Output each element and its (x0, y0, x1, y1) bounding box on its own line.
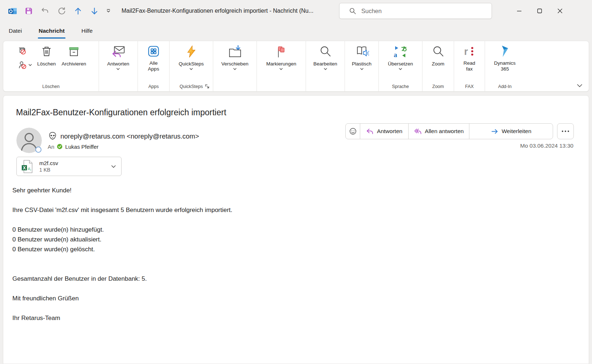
chevron-down-icon (189, 68, 193, 71)
chevron-down-icon (116, 68, 120, 71)
block-sender-icon (18, 60, 27, 69)
tab-datei[interactable]: Datei (8, 25, 23, 36)
body-line (12, 264, 567, 274)
read-fax-button[interactable]: r Read fax (455, 41, 484, 82)
move-folder-icon (228, 45, 242, 59)
flag-icon (275, 45, 288, 59)
body-line: Mit freundlichen Grüßen (12, 293, 567, 303)
body-line: 0 Benutzer wurde(n) gelöscht. (12, 244, 567, 254)
forward-action-label: Weiterleiten (502, 128, 532, 135)
lightning-icon (185, 45, 198, 59)
sender-address[interactable]: noreply@retarus.com <noreply@retarus.com… (60, 132, 199, 140)
csv-file-icon: X a, (20, 159, 34, 174)
read-aloud-book-icon (354, 45, 369, 59)
title-bar: Mail2Fax-Benutzer-Konfigurationen erfolg… (0, 0, 592, 22)
recipient-name[interactable]: Lukas Pfeiffer (65, 144, 98, 150)
chevron-down-icon (360, 68, 364, 71)
dynamics-365-button[interactable]: Dynamics 365 (487, 41, 523, 82)
ribbon-group-zoom: Zoom Zoom (422, 41, 454, 91)
move-button[interactable]: Verschieben (218, 41, 251, 82)
chevron-down-icon (279, 68, 283, 71)
body-line: Ihre CSV-Datei 'm2f.csv' mit insgesamt 5… (12, 205, 567, 215)
magnifier-icon (319, 45, 332, 59)
ribbon-group-tags: Markierungen (257, 41, 306, 91)
group-label-fax: FAX (454, 82, 485, 91)
group-label-language: Sprache (379, 82, 422, 91)
customize-toolbar-chevron-icon[interactable] (106, 6, 111, 16)
archive-icon (67, 45, 80, 59)
group-label-quicksteps: QuickSteps (170, 82, 213, 91)
dynamics-365-icon (499, 45, 511, 58)
body-line (12, 195, 567, 205)
attachment-menu-chevron-icon[interactable] (111, 165, 116, 168)
quicksteps-button[interactable]: QuickSteps (176, 41, 207, 82)
reply-all-action-button[interactable]: Allen antworten (408, 124, 469, 139)
redo-button[interactable] (56, 6, 67, 16)
chevron-down-icon (398, 68, 402, 71)
svg-text:a: a (394, 51, 398, 59)
save-button[interactable] (24, 6, 34, 16)
ribbon-group-apps: Alle Apps Apps (138, 41, 170, 91)
maximize-button[interactable] (529, 0, 550, 22)
immersive-reader-button[interactable]: Plastisch (349, 41, 374, 82)
magnifier-icon (432, 45, 445, 59)
translate-icon: a (393, 45, 407, 59)
junk-button[interactable] (18, 60, 32, 69)
svg-text:r: r (464, 46, 468, 57)
undo-button[interactable] (40, 6, 50, 16)
collapse-ribbon-chevron-icon[interactable] (576, 84, 583, 88)
ignore-button[interactable] (18, 46, 32, 55)
ribbon-group-immersive: Plastisch (345, 41, 379, 91)
all-apps-button[interactable]: Alle Apps (139, 41, 168, 82)
alien-emoji-icon (48, 132, 57, 140)
edit-button[interactable]: Bearbeiten (310, 41, 340, 82)
email-subject: Mail2Fax-Benutzer-Konfigurationen erfolg… (16, 108, 226, 117)
group-label-delete: Löschen (3, 82, 99, 91)
delete-button[interactable]: Löschen (34, 41, 59, 82)
ribbon-group-respond: Antworten (99, 41, 138, 91)
window-controls (509, 0, 570, 22)
window-title: Mail2Fax-Benutzer-Konfigurationen erfolg… (122, 8, 313, 14)
attachment-info: m2f.csv 1 KB (39, 160, 111, 173)
search-input[interactable] (361, 3, 492, 19)
dialog-launcher-icon[interactable] (204, 84, 210, 89)
forward-action-button[interactable]: Weiterleiten (469, 124, 553, 139)
forward-arrow-icon (491, 128, 498, 135)
presence-badge (35, 147, 41, 153)
outlook-logo-icon (7, 6, 17, 16)
move-up-button[interactable] (73, 6, 83, 16)
reactions-button[interactable] (346, 124, 360, 139)
body-line (12, 284, 567, 293)
close-button[interactable] (550, 0, 570, 22)
minimize-button[interactable] (509, 0, 529, 22)
message-action-bar: Antworten Allen antworten Weiterleiten (345, 123, 553, 139)
body-line: Sehr geehrter Kunde! (12, 185, 567, 195)
menu-bar: Datei Nachricht Hilfe (0, 22, 592, 40)
more-actions-button[interactable] (557, 123, 574, 139)
tab-hilfe[interactable]: Hilfe (81, 25, 94, 36)
reply-action-button[interactable]: Antworten (360, 124, 408, 139)
ribbon-group-quicksteps: QuickSteps QuickSteps (170, 41, 213, 91)
group-label-addin: Add-In (485, 82, 525, 91)
body-line (12, 303, 567, 313)
reply-envelope-icon (111, 45, 126, 59)
ribbon-group-move: Verschieben (213, 41, 257, 91)
smiley-icon (349, 127, 357, 135)
body-line (12, 254, 567, 264)
translate-button[interactable]: a Übersetzen (385, 41, 416, 82)
ignore-icon (18, 46, 27, 55)
attachment-chip[interactable]: X a, m2f.csv 1 KB (16, 157, 122, 176)
search-box[interactable] (339, 3, 492, 19)
tags-button[interactable]: Markierungen (263, 41, 299, 82)
attachment-name: m2f.csv (39, 160, 111, 166)
to-label: An (48, 144, 54, 150)
move-down-button[interactable] (89, 6, 99, 16)
tab-nachricht[interactable]: Nachricht (38, 25, 65, 36)
reply-button[interactable]: Antworten (104, 41, 132, 82)
zoom-button[interactable]: Zoom (429, 41, 448, 82)
group-label-move (213, 82, 257, 91)
chevron-down-icon (233, 68, 237, 71)
archive-button[interactable]: Archivieren (59, 41, 89, 82)
retarus-fax-icon: r (463, 45, 476, 58)
reply-arrow-icon (366, 128, 374, 135)
